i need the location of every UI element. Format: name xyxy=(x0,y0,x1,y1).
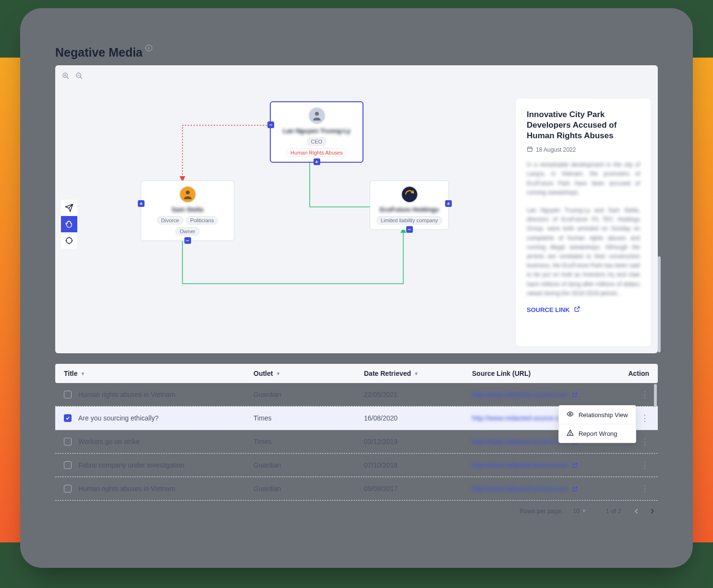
cell-date: 22/05/2021 xyxy=(364,391,472,398)
article-title: Innovative City Park Developers Accused … xyxy=(527,109,640,141)
source-url-text: http://www.redacted-source.com xyxy=(472,414,568,422)
source-url-text: http://www.redacted-source.com xyxy=(472,485,568,492)
rows-per-page-label: Rows per page: xyxy=(520,507,563,515)
rows-per-page-value: 10 xyxy=(573,507,580,515)
cell-date: 07/10/2018 xyxy=(364,461,472,469)
table-footer: Rows per page: 10 ▼ 1 of 2 xyxy=(55,507,658,515)
table-header-outlet[interactable]: Outlet ▼ xyxy=(254,370,364,377)
row-context-menu: Relationship View Report Wrong xyxy=(558,405,636,443)
tag-divorce: Divorce xyxy=(157,216,183,225)
info-icon[interactable]: i xyxy=(145,45,152,51)
row-checkbox[interactable] xyxy=(64,438,72,445)
table-header-title[interactable]: Title ▼ xyxy=(64,370,254,377)
graph-node-tags: CEO Human Rights Abuses xyxy=(277,137,357,157)
graph-node-name: EcoFuture Holdings xyxy=(380,206,439,213)
menu-item-relationship-view[interactable]: Relationship View xyxy=(559,406,636,424)
row-checkbox[interactable] xyxy=(64,461,72,469)
cell-outlet: Guardian xyxy=(254,391,364,398)
table-row[interactable]: Human rights abuses in Vietnam Guardian … xyxy=(55,383,658,407)
port-minus-icon[interactable]: − xyxy=(267,121,274,128)
page-info: 1 of 2 xyxy=(605,507,621,515)
graph-node-name: Sam Stella xyxy=(172,206,204,213)
scrollbar-thumb[interactable] xyxy=(658,256,661,352)
cell-title: Fabric company under investigation xyxy=(78,461,254,469)
table-row[interactable]: Fabric company under investigation Guard… xyxy=(55,454,658,477)
next-page-button[interactable] xyxy=(646,508,658,515)
table-header-source: Source Link (URL) xyxy=(472,370,606,377)
rows-per-page-select[interactable]: 10 ▼ xyxy=(573,507,586,515)
cell-outlet: Times xyxy=(254,438,364,445)
tag-human-rights: Human Rights Abuses xyxy=(286,148,347,157)
avatar-icon xyxy=(308,107,326,124)
sort-icon: ▼ xyxy=(276,371,280,376)
tag-owner: Owner xyxy=(175,227,199,236)
chevron-down-icon: ▼ xyxy=(582,508,587,514)
header-label: Title xyxy=(64,370,78,377)
cell-source-link[interactable]: http://www.redacted-source.com xyxy=(472,485,606,492)
cell-title: Human rights abuses in Vietnam xyxy=(78,391,254,398)
header-label: Outlet xyxy=(254,370,273,377)
source-link-label: SOURCE LINK xyxy=(527,306,570,313)
port-plus-icon[interactable]: + xyxy=(445,200,452,207)
row-actions-button[interactable]: ⋮ xyxy=(606,483,649,494)
menu-item-label: Report Wrong xyxy=(579,430,617,437)
table-row[interactable]: Human rights abuses in Vietnam Guardian … xyxy=(55,477,658,501)
external-link-icon xyxy=(572,486,578,492)
external-link-icon xyxy=(572,462,578,468)
table-header-action: Action xyxy=(606,370,649,377)
eye-icon xyxy=(567,410,574,419)
source-url-text: http://www.redacted-source.com xyxy=(472,461,568,469)
article-body-paragraph: In a remarkable development in the city … xyxy=(527,160,640,197)
cell-outlet: Times xyxy=(254,414,364,422)
row-actions-button[interactable]: ⋮ xyxy=(606,389,649,400)
row-checkbox[interactable] xyxy=(64,414,72,422)
table-body: Human rights abuses in Vietnam Guardian … xyxy=(55,383,658,501)
sort-icon: ▼ xyxy=(414,371,419,376)
tag-ceo: CEO xyxy=(307,137,327,146)
menu-item-label: Relationship View xyxy=(579,411,628,419)
graph-canvas[interactable]: Lan Nguyen Truong-Ly CEO Human Rights Ab… xyxy=(62,72,516,346)
table-header-row: Title ▼ Outlet ▼ Date Retrieved ▼ Source… xyxy=(55,364,658,383)
article-date: 18 August 2022 xyxy=(527,146,640,154)
row-actions-button[interactable]: ⋮ xyxy=(606,460,649,470)
graph-node-name: Lan Nguyen Truong-Ly xyxy=(283,127,350,134)
source-url-text: http://www.redacted-source.com xyxy=(472,391,568,398)
svg-point-12 xyxy=(315,112,319,116)
graph-node-ceo[interactable]: Lan Nguyen Truong-Ly CEO Human Rights Ab… xyxy=(270,101,363,163)
prev-page-button[interactable] xyxy=(631,508,642,515)
row-checkbox[interactable] xyxy=(64,485,72,492)
port-minus-icon[interactable]: − xyxy=(184,237,191,244)
cell-title: Are you sourcing ethically? xyxy=(78,414,254,422)
svg-rect-14 xyxy=(528,147,532,152)
tag-llc: Limited liability company xyxy=(376,216,442,225)
cell-source-link[interactable]: http://www.redacted-source.com xyxy=(472,461,606,469)
port-plus-icon[interactable]: + xyxy=(314,158,320,165)
company-icon xyxy=(401,186,418,203)
app-window: Negative Media i xyxy=(29,17,684,559)
header-label: Date Retrieved xyxy=(364,370,411,377)
row-checkbox[interactable] xyxy=(64,391,72,398)
table-header-date[interactable]: Date Retrieved ▼ xyxy=(364,370,472,377)
cell-title: Human rights abuses in Vietnam xyxy=(78,485,254,492)
graph-node-tags: Divorce Politicians Owner xyxy=(147,216,228,236)
source-link-button[interactable]: SOURCE LINK xyxy=(527,306,640,314)
external-link-icon xyxy=(574,306,580,314)
menu-item-report-wrong[interactable]: Report Wrong xyxy=(559,424,636,443)
port-plus-icon[interactable]: + xyxy=(138,200,145,207)
cell-outlet: Guardian xyxy=(254,461,364,469)
article-date-text: 18 August 2022 xyxy=(536,146,576,153)
graph-node-person-left[interactable]: Sam Stella Divorce Politicians Owner + − xyxy=(141,180,234,241)
cell-outlet: Guardian xyxy=(254,485,364,492)
graph-node-tags: Limited liability company xyxy=(376,216,442,225)
port-minus-icon[interactable]: − xyxy=(406,226,413,233)
calendar-icon xyxy=(527,146,533,154)
svg-point-18 xyxy=(569,413,571,415)
media-table: Title ▼ Outlet ▼ Date Retrieved ▼ Source… xyxy=(55,364,658,515)
header-label: Source Link (URL) xyxy=(472,370,531,377)
cell-source-link[interactable]: http://www.redacted-source.com xyxy=(472,391,606,398)
graph-node-company[interactable]: EcoFuture Holdings Limited liability com… xyxy=(370,180,449,230)
svg-point-20 xyxy=(570,434,570,435)
avatar-icon xyxy=(179,186,196,203)
article-card: Innovative City Park Developers Accused … xyxy=(516,99,651,346)
scrollbar-thumb[interactable] xyxy=(654,384,657,407)
